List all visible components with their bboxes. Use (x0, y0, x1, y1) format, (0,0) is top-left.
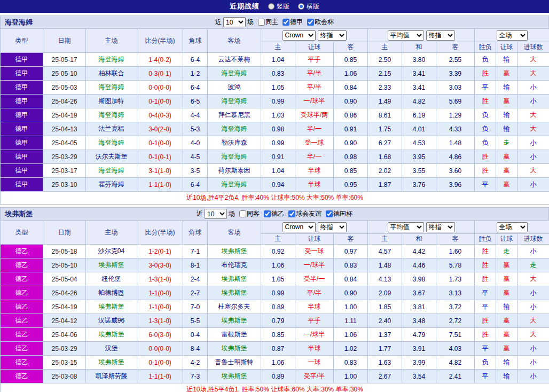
home-team-cell[interactable]: 纽伦堡 (86, 272, 137, 286)
filter-checkbox[interactable] (283, 19, 289, 26)
result-wdl-cell: 胜 (475, 95, 496, 108)
euro-home-odds: 2.67 (368, 370, 402, 383)
away-team-cell[interactable]: 海登海姆 (208, 67, 261, 81)
filter-option[interactable]: 同主 (258, 18, 278, 27)
result-handicap-cell: 输 (496, 356, 517, 370)
layout-radio-horizontal[interactable]: 横版 (298, 2, 319, 11)
table-row: 德乙25-04-26帕德博恩1-1(0-0)2-7埃弗斯堡0.99平/半0.90… (1, 286, 549, 300)
filter-option[interactable]: 同客 (239, 209, 260, 218)
date-cell: 25-04-05 (43, 136, 86, 150)
result-goals-cell: 小 (517, 245, 549, 258)
filter-checkbox[interactable] (326, 210, 333, 217)
home-team-cell[interactable]: 霍芬海姆 (86, 178, 137, 192)
home-team-cell[interactable]: 沃尔夫斯堡 (86, 150, 137, 164)
layout-radio-vertical[interactable]: 竖版 (268, 2, 289, 11)
filter-option[interactable]: 德乙 (264, 209, 284, 218)
result-handicap-cell: 输 (496, 370, 517, 383)
away-team-cell[interactable]: 波鸿 (208, 81, 261, 95)
home-team-cell[interactable]: 埃弗斯堡 (86, 356, 137, 370)
result-wdl-cell: 胜 (475, 245, 496, 258)
sections-container: 海登海姆近10场同主德甲欧会杯类型日期主场比分(半场)角球客场Crown终指平均… (0, 15, 549, 392)
euro-home-odds: 4.57 (368, 245, 402, 258)
filter-checkbox[interactable] (239, 210, 246, 217)
euro-draw-odds: 3.95 (402, 150, 436, 164)
euro-draw-odds: 3.54 (402, 370, 436, 383)
filter-checkbox[interactable] (307, 19, 314, 26)
sub-header: 主 (261, 42, 295, 53)
asian-stage-select[interactable]: 终指 (318, 222, 347, 232)
league-cell: 德乙 (1, 328, 43, 342)
euro-stage-select[interactable]: 终指 (426, 30, 455, 41)
away-team-cell[interactable]: 杜塞尔多夫 (208, 300, 261, 314)
away-team-cell[interactable]: 布伦瑞克 (208, 258, 261, 272)
away-team-cell[interactable]: 海登海姆 (208, 178, 261, 192)
away-team-cell[interactable]: 埃弗斯堡 (208, 272, 261, 286)
filter-checkbox[interactable] (258, 19, 265, 26)
result-handicap-cell: 赢 (496, 178, 517, 192)
result-goals-cell: 大 (517, 122, 549, 136)
home-team-cell[interactable]: 埃弗斯堡 (86, 328, 137, 342)
date-cell: 25-03-29 (43, 342, 86, 356)
recent-count-select[interactable]: 10 (205, 209, 227, 219)
filter-option[interactable]: 德甲 (283, 18, 303, 27)
recent-count-select[interactable]: 10 (223, 17, 246, 27)
away-team-cell[interactable]: 海登海姆 (208, 95, 261, 108)
away-team-cell[interactable]: 普鲁士明斯特 (208, 356, 261, 370)
asian-home-odds: 1.05 (261, 272, 295, 286)
filter-option[interactable]: 欧会杯 (307, 18, 334, 27)
home-team-cell[interactable]: 埃弗斯堡 (86, 300, 137, 314)
euro-away-odds: 3.39 (436, 67, 475, 81)
home-team-cell[interactable]: 埃弗斯堡 (86, 258, 137, 272)
date-cell: 25-05-17 (43, 53, 86, 67)
home-team-cell[interactable]: 海登海姆 (86, 53, 137, 67)
home-team-cell[interactable]: 沙尔克04 (86, 245, 137, 258)
away-team-cell[interactable]: 埃弗斯堡 (208, 286, 261, 300)
euro-draw-odds: 3.91 (402, 342, 436, 356)
away-team-cell[interactable]: 海登海姆 (208, 122, 261, 136)
scope-select[interactable]: 全场 (497, 30, 528, 41)
league-cell: 德甲 (1, 178, 43, 192)
away-team-cell[interactable]: 云达不莱梅 (208, 53, 261, 67)
scope-select[interactable]: 全场 (497, 222, 528, 232)
result-handicap-cell: 走 (496, 245, 517, 258)
home-team-cell[interactable]: 海登海姆 (86, 81, 137, 95)
table-body: 德乙25-05-18沙尔克041-2(0-1)7-1埃弗斯堡0.92受一球0.9… (1, 245, 549, 383)
away-team-cell[interactable]: 埃弗斯堡 (208, 314, 261, 328)
home-team-cell[interactable]: 海登海姆 (86, 136, 137, 150)
home-team-cell[interactable]: 海登海姆 (86, 108, 137, 122)
filter-checkbox[interactable] (288, 210, 295, 217)
away-team-cell[interactable]: 荷尔斯泰因 (208, 164, 261, 178)
bookmaker-select[interactable]: Crown (283, 30, 316, 41)
asian-away-odds: 0.90 (334, 136, 368, 150)
home-team-cell[interactable]: 汉诺威96 (86, 314, 137, 328)
filter-option[interactable]: 德国杯 (326, 209, 352, 218)
filter-option[interactable]: 球会友谊 (288, 209, 321, 218)
corner-cell: 6-4 (183, 53, 208, 67)
euro-away-odds: 1.60 (436, 245, 475, 258)
bookmaker-select[interactable]: Crown (283, 222, 316, 232)
home-team-cell[interactable]: 汉堡 (86, 342, 137, 356)
away-team-cell[interactable]: 埃弗斯堡 (208, 342, 261, 356)
result-goals-cell: 小 (517, 178, 549, 192)
home-team-cell[interactable]: 斯图加特 (86, 95, 137, 108)
asian-stage-select[interactable]: 终指 (318, 30, 347, 41)
euro-source-select[interactable]: 平均值 (388, 30, 424, 41)
away-team-cell[interactable]: 埃弗斯堡 (208, 245, 261, 258)
home-team-cell[interactable]: 法兰克福 (86, 122, 137, 136)
filter-checkbox[interactable] (264, 210, 271, 217)
home-team-cell[interactable]: 帕德博恩 (86, 286, 137, 300)
away-team-cell[interactable]: 海登海姆 (208, 150, 261, 164)
euro-stage-select[interactable]: 终指 (426, 222, 455, 232)
home-team-cell[interactable]: 凯泽斯劳滕 (86, 370, 137, 383)
away-team-cell[interactable]: 雷根斯堡 (208, 328, 261, 342)
home-team-cell[interactable]: 海登海姆 (86, 164, 137, 178)
away-team-cell[interactable]: 拜仁慕尼黑 (208, 108, 261, 122)
away-team-cell[interactable]: 勒沃库森 (208, 136, 261, 150)
euro-source-select[interactable]: 平均值 (388, 222, 424, 232)
handicap-cell: 平/半 (295, 81, 334, 95)
euro-draw-odds: 3.81 (402, 300, 436, 314)
near-label: 近 (197, 209, 203, 218)
home-team-cell[interactable]: 柏林联合 (86, 67, 137, 81)
away-team-cell[interactable]: 埃弗斯堡 (208, 370, 261, 383)
team-section: 海登海姆近10场同主德甲欧会杯类型日期主场比分(半场)角球客场Crown终指平均… (0, 15, 549, 205)
